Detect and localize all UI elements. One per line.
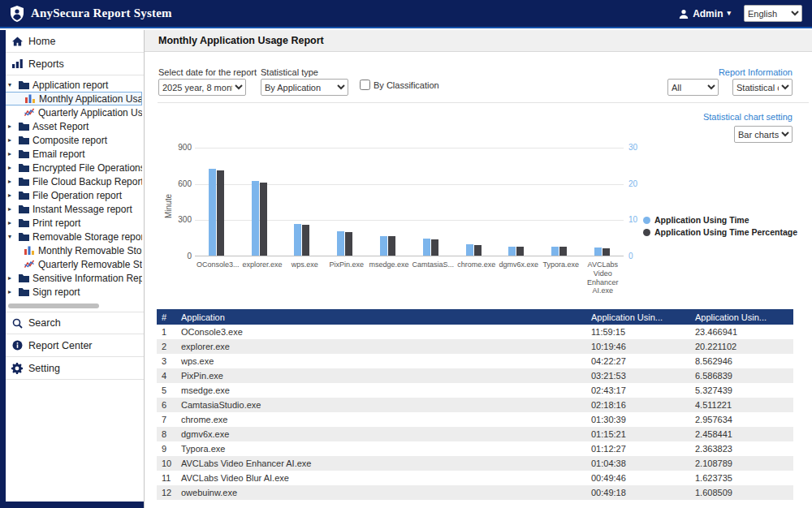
tree-horizontal-scrollbar[interactable] [8, 304, 99, 308]
table-cell: AVCLabs Video Enhancer AI.exe [176, 456, 586, 471]
bar-application-using-time-percentage[interactable] [559, 247, 567, 256]
table-row[interactable]: 3wps.exe04:22:278.562946 [157, 354, 793, 368]
bar-application-using-time-percentage[interactable] [431, 239, 438, 256]
statistical-type-label: Statistical type [261, 67, 318, 77]
table-row[interactable]: 8dgmv6x.exe01:15:212.458441 [157, 427, 793, 441]
table-cell: 8.562946 [690, 354, 793, 368]
tree-item-label: Instant Message report [32, 204, 132, 215]
tree-expand-icon[interactable]: ▸ [8, 164, 15, 171]
chart-type-select[interactable]: Bar charts [734, 126, 793, 143]
table-cell: 00:49:18 [586, 485, 690, 500]
tree-expand-icon[interactable]: ▸ [8, 274, 15, 282]
usage-table: #ApplicationApplication Usin...Applicati… [157, 309, 793, 508]
tree-collapse-icon[interactable]: ▾ [8, 233, 15, 240]
tree-item-4[interactable]: ▸Composite report [0, 133, 142, 147]
bar-group [409, 148, 452, 256]
tree-expand-icon[interactable]: ▸ [8, 192, 15, 199]
bar-application-using-time-percentage[interactable] [217, 170, 224, 256]
tree-item-5[interactable]: ▸Email report [0, 147, 142, 161]
table-row[interactable]: 6CamtasiaStudio.exe02:18:164.511221 [157, 398, 793, 412]
sidebar-item-label: Report Center [28, 340, 93, 351]
statistical-type-select[interactable]: By Application [261, 79, 348, 96]
tree-expand-icon[interactable]: ▸ [8, 288, 15, 295]
column-header[interactable]: Application Usin... [690, 309, 793, 325]
bar-application-using-time-percentage[interactable] [603, 248, 610, 256]
bar-application-using-time-percentage[interactable] [302, 225, 309, 256]
table-cell: PixPin.exe [176, 368, 586, 383]
by-classification-option[interactable]: By Classification [360, 80, 439, 90]
column-header[interactable]: Application [176, 309, 586, 325]
table-row[interactable]: 4PixPin.exe03:21:536.586839 [157, 368, 793, 383]
tree-item-10[interactable]: ▸Print report [0, 216, 142, 230]
bar-application-using-time-percentage[interactable] [516, 247, 524, 256]
tree-item-label: File Cloud Backup Report [32, 176, 142, 187]
tree-expand-icon[interactable]: ▸ [8, 205, 15, 213]
tree-item-15[interactable]: ▸Sign report [0, 285, 142, 299]
tree-item-3[interactable]: ▸Asset Report [0, 119, 142, 133]
report-date-select[interactable]: 2025 year, 8 month [158, 79, 246, 96]
table-row-partial[interactable] [157, 500, 793, 508]
tree-expand-icon[interactable]: ▸ [8, 150, 15, 157]
bar-application-using-time[interactable] [466, 244, 473, 256]
sidebar-item-report-center[interactable]: Report Center [0, 334, 144, 357]
column-header[interactable]: # [157, 309, 176, 325]
bar-application-using-time[interactable] [508, 247, 516, 256]
bar-application-using-time[interactable] [209, 169, 216, 256]
sidebar-item-label: Reports [28, 58, 64, 70]
bar-application-using-time-percentage[interactable] [260, 183, 267, 256]
by-classification-checkbox[interactable] [360, 80, 370, 90]
bar-application-using-time[interactable] [423, 239, 430, 256]
statistical-chart-setting-link[interactable]: Statistical chart setting [703, 112, 793, 122]
tree-expand-icon[interactable]: ▸ [8, 219, 15, 226]
table-row[interactable]: 10AVCLabs Video Enhancer AI.exe01:04:382… [157, 456, 793, 471]
sidebar-item-setting[interactable]: Setting [0, 357, 144, 380]
tree-item-1[interactable]: Monthly Application Usag [0, 92, 142, 105]
admin-menu[interactable]: Admin ▾ [679, 8, 731, 19]
table-row[interactable]: 5msedge.exe02:43:175.327439 [157, 383, 793, 398]
tree-item-9[interactable]: ▸Instant Message report [0, 202, 142, 216]
sidebar-item-reports[interactable]: Reports [0, 53, 144, 75]
table-row[interactable]: 12owebuinw.exe00:49:181.608509 [157, 485, 793, 500]
legend-item-time[interactable]: Application Using Time [643, 215, 797, 225]
report-information-link[interactable]: Report Information [719, 67, 793, 77]
table-row[interactable]: 2explorer.exe10:19:4620.221102 [157, 339, 793, 354]
bar-application-using-time[interactable] [294, 224, 301, 256]
table-row[interactable]: 9Typora.exe01:12:272.363823 [157, 441, 793, 456]
tree-item-12[interactable]: Monthly Removable Stor [0, 243, 142, 257]
table-cell: 1.623735 [690, 471, 793, 485]
sidebar-item-search[interactable]: Search [0, 312, 144, 334]
legend-item-percentage[interactable]: Application Using Time Percentage [643, 227, 797, 237]
language-select[interactable]: English [744, 5, 802, 22]
tree-expand-icon[interactable]: ▸ [8, 123, 15, 130]
table-row[interactable]: 1OConsole3.exe11:59:1523.466941 [157, 325, 793, 339]
bar-application-using-time[interactable] [380, 236, 387, 256]
tree-item-8[interactable]: ▸File Operation report [0, 188, 142, 202]
bar-application-using-time[interactable] [551, 247, 559, 256]
table-row[interactable]: 7chrome.exe01:30:392.957634 [157, 412, 793, 427]
tree-item-11[interactable]: ▾Removable Storage report [0, 230, 142, 243]
bar-application-using-time-percentage[interactable] [474, 245, 482, 256]
x-axis-label: Typora.exe [540, 260, 581, 295]
bar-application-using-time-percentage[interactable] [345, 232, 352, 256]
table-row[interactable]: 11AVCLabs Video Blur AI.exe00:49:461.623… [157, 471, 793, 485]
tree-expand-icon[interactable]: ▸ [8, 178, 15, 185]
sidebar-item-home[interactable]: Home [0, 30, 144, 53]
tree-item-13[interactable]: Quarterly Removable St [0, 257, 142, 271]
bar-application-using-time[interactable] [252, 181, 259, 256]
tree-item-2[interactable]: Quarterly Application Us [0, 105, 142, 119]
tree-expand-icon[interactable]: ▸ [8, 136, 15, 144]
table-cell: 02:43:17 [586, 383, 690, 398]
column-header[interactable]: Application Usin... [586, 309, 690, 325]
bar-application-using-time-percentage[interactable] [388, 236, 395, 256]
tree-item-0[interactable]: ▾Application report [0, 78, 142, 92]
chart-mode-select[interactable]: Statistical chart a [732, 79, 793, 96]
topbar: AnySecura Report System Admin ▾ English [0, 0, 812, 28]
tree-item-6[interactable]: ▸Encrypted File Operations R [0, 161, 142, 174]
bar-application-using-time[interactable] [337, 231, 344, 256]
tree-collapse-icon[interactable]: ▾ [8, 81, 15, 88]
tree-item-14[interactable]: ▸Sensitive Information Report [0, 271, 142, 285]
bar-application-using-time[interactable] [594, 248, 602, 256]
bar-chart-icon [25, 94, 36, 103]
tree-item-7[interactable]: ▸File Cloud Backup Report [0, 174, 142, 188]
scope-select[interactable]: All [667, 79, 719, 96]
